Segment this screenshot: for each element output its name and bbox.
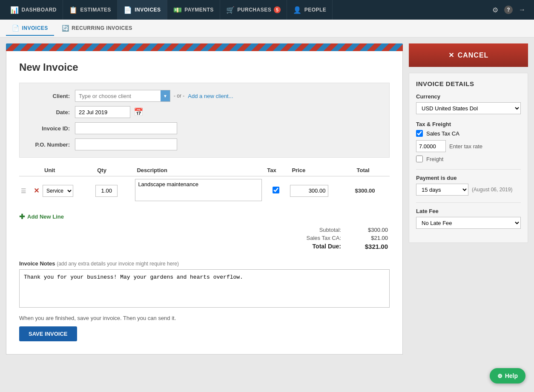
- cancel-button[interactable]: ✕ CANCEL: [409, 43, 528, 67]
- nav-purchases[interactable]: 🛒 PURCHASES 5: [220, 0, 287, 20]
- delete-row-icon[interactable]: ✕: [34, 187, 39, 194]
- total-due-value: $321.00: [354, 243, 388, 250]
- freight-label: Freight: [426, 156, 443, 162]
- description-textarea[interactable]: Landscape maintenance: [135, 179, 262, 201]
- invoice-id-input[interactable]: [75, 122, 177, 134]
- settings-icon[interactable]: ⚙: [492, 6, 498, 14]
- save-hint: When you are finished, save your invoice…: [19, 315, 390, 321]
- tax-rate-input[interactable]: [416, 140, 446, 152]
- add-line-button[interactable]: ✚ Add New Line: [19, 210, 64, 223]
- nav-people-label: PEOPLE: [304, 7, 327, 13]
- add-client-link[interactable]: Add a new client...: [188, 93, 233, 99]
- sales-tax-label: Sales Tax CA:: [299, 235, 341, 241]
- purchases-badge: 5: [274, 6, 281, 13]
- form-section: Client: ▼ - or - Add a new client... Dat…: [19, 83, 390, 158]
- notes-textarea[interactable]: Thank you for your business! May your ga…: [19, 269, 390, 308]
- sales-tax-value: $21.00: [354, 235, 388, 241]
- invoice-id-label: Invoice ID:: [28, 125, 75, 132]
- due-date-note: (August 06, 2019): [472, 187, 512, 193]
- invoice-title: New Invoice: [19, 61, 390, 73]
- nav-invoices-label: INVOICES: [135, 7, 161, 13]
- invoice-details-panel: INVOICE DETAILS Currency USD United Stat…: [409, 73, 528, 243]
- col-description: Description: [133, 164, 264, 176]
- unit-select[interactable]: Service Product Hours: [43, 185, 73, 197]
- po-number-label: P.O. Number:: [28, 141, 75, 148]
- divider-1: [416, 169, 521, 170]
- freight-checkbox[interactable]: [416, 156, 423, 162]
- subnav-recurring-icon: 🔄: [62, 25, 69, 32]
- nav-dashboard[interactable]: 📊 DASHBOARD: [4, 0, 63, 20]
- tax-rate-row: Enter tax rate: [416, 140, 521, 152]
- or-text: - or -: [174, 93, 184, 99]
- invoice-id-row: Invoice ID:: [28, 122, 381, 134]
- po-number-input[interactable]: [75, 138, 177, 150]
- late-fee-select[interactable]: No Late Fee 1% 2% 3% 5%: [416, 217, 521, 229]
- date-input[interactable]: [75, 106, 130, 118]
- col-total: Total: [353, 164, 390, 176]
- late-fee-section: Late Fee No Late Fee 1% 2% 3% 5%: [416, 208, 521, 229]
- table-row: ☰ ✕ Service Product Hours Landscape main…: [19, 176, 390, 205]
- sales-tax-row: Sales Tax CA: $21.00: [299, 235, 388, 241]
- stripe-border: [6, 43, 403, 51]
- nav-estimates[interactable]: 📋 ESTIMATES: [63, 0, 118, 20]
- currency-select[interactable]: USD United States Dol EUR Euro GBP Briti…: [416, 102, 521, 114]
- subnav-recurring[interactable]: 🔄 RECURRING INVOICES: [56, 21, 138, 36]
- notes-sub-label: (add any extra details your invoice migh…: [57, 261, 179, 267]
- purchases-icon: 🛒: [226, 6, 235, 14]
- client-row: Client: ▼ - or - Add a new client...: [28, 90, 381, 102]
- drag-handle-icon[interactable]: ☰: [21, 187, 26, 194]
- date-wrap: 📅: [75, 106, 143, 118]
- help-circle-icon: ⊕: [497, 372, 502, 379]
- help-button[interactable]: ⊕ Help: [490, 368, 525, 383]
- sidebar: ✕ CANCEL INVOICE DETAILS Currency USD Un…: [409, 43, 528, 386]
- nav-dashboard-label: DASHBOARD: [22, 7, 57, 13]
- divider-2: [416, 202, 521, 203]
- plus-icon: ✚: [19, 213, 25, 221]
- subnav-invoices-icon: 📄: [12, 25, 20, 32]
- currency-label: Currency: [416, 93, 521, 100]
- date-label: Date:: [28, 109, 75, 115]
- client-dropdown-arrow[interactable]: ▼: [161, 90, 170, 101]
- nav-payments[interactable]: 💵 PAYMENTS: [167, 0, 220, 20]
- sales-tax-row-sidebar: Sales Tax CA: [416, 130, 521, 137]
- total-due-label: Total Due:: [299, 243, 341, 250]
- sales-tax-checkbox[interactable]: [416, 130, 423, 137]
- col-tax: Tax: [264, 164, 288, 176]
- arrow-icon[interactable]: →: [519, 6, 525, 14]
- col-qty: Qty: [94, 164, 133, 176]
- subnav-invoices[interactable]: 📄 INVOICES: [6, 21, 54, 36]
- top-nav-right: ⚙ ? →: [492, 6, 530, 14]
- col-delete: [32, 164, 41, 176]
- price-input[interactable]: [290, 185, 328, 197]
- nav-invoices[interactable]: 📄 INVOICES: [118, 0, 167, 20]
- invoices-icon: 📄: [123, 6, 132, 14]
- freight-row: Freight: [416, 156, 521, 162]
- late-fee-label: Late Fee: [416, 208, 521, 214]
- sales-tax-ca-label: Sales Tax CA: [426, 130, 459, 137]
- nav-estimates-label: ESTIMATES: [80, 7, 111, 13]
- nav-payments-label: PAYMENTS: [184, 7, 214, 13]
- currency-section: Currency USD United States Dol EUR Euro …: [416, 93, 521, 114]
- cancel-label: CANCEL: [458, 52, 489, 59]
- tax-freight-section: Tax & Freight Sales Tax CA Enter tax rat…: [416, 121, 521, 162]
- invoice-area: New Invoice Client: ▼ - or - Add a new c…: [6, 43, 403, 386]
- estimates-icon: 📋: [69, 6, 78, 14]
- help-icon[interactable]: ?: [504, 6, 513, 14]
- total-due-row: Total Due: $321.00: [299, 243, 388, 250]
- totals-section: Subtotal: $300.00 Sales Tax CA: $21.00 T…: [19, 227, 390, 252]
- nav-people[interactable]: 👤 PEOPLE: [287, 0, 333, 20]
- client-input[interactable]: [75, 90, 161, 101]
- invoice-card: New Invoice Client: ▼ - or - Add a new c…: [6, 51, 403, 355]
- payment-due-select[interactable]: 15 days 30 days 45 days 60 days Due on r…: [416, 184, 468, 196]
- subtotal-row: Subtotal: $300.00: [299, 227, 388, 233]
- calendar-icon[interactable]: 📅: [134, 107, 143, 117]
- save-button[interactable]: SAVE INVOICE: [19, 326, 77, 341]
- client-input-wrap: ▼ - or - Add a new client...: [75, 90, 233, 102]
- payment-due-section: Payment is due 15 days 30 days 45 days 6…: [416, 175, 521, 196]
- tax-checkbox[interactable]: [273, 187, 279, 193]
- main-container: New Invoice Client: ▼ - or - Add a new c…: [0, 37, 534, 392]
- help-label: Help: [505, 372, 518, 379]
- col-unit: Unit: [41, 164, 94, 176]
- tax-freight-label: Tax & Freight: [416, 121, 521, 127]
- qty-input[interactable]: [95, 185, 118, 197]
